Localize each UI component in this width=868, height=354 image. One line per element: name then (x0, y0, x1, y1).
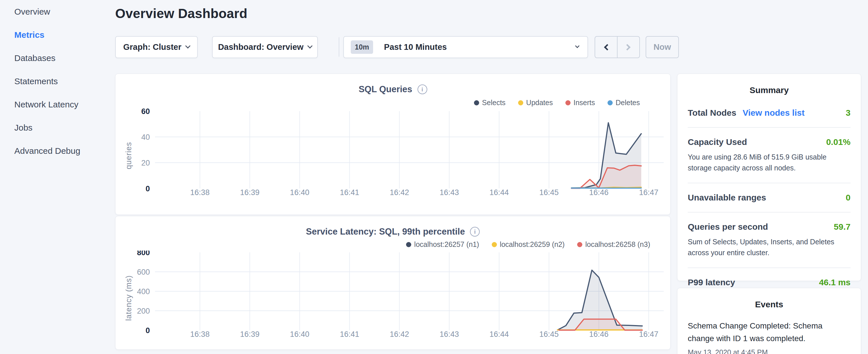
legend-item-n1[interactable]: localhost:26257 (n1) (406, 240, 479, 249)
chevron-down-icon (575, 43, 580, 48)
sql-queries-plot[interactable]: 16:3816:3916:4016:4116:4216:4316:4416:45… (116, 108, 671, 203)
legend-item-n2[interactable]: localhost:26259 (n2) (492, 240, 565, 249)
summary-row-qps: Queries per second 59.7 Sum of Selects, … (688, 213, 850, 268)
legend-label: Updates (526, 99, 553, 107)
total-nodes-label: Total Nodes (688, 108, 736, 118)
updates-dot-icon (518, 100, 523, 105)
sidebar-item-overview[interactable]: Overview (14, 0, 112, 23)
chevron-down-icon (185, 43, 190, 49)
step-back-button[interactable] (595, 37, 617, 58)
step-forward-button[interactable] (617, 37, 639, 58)
n2-dot-icon (492, 242, 497, 247)
selects-dot-icon (474, 100, 479, 105)
svg-text:60: 60 (141, 108, 150, 116)
svg-text:600: 600 (137, 268, 150, 277)
dashboard-label: Dashboard: Overview (218, 42, 304, 52)
sidebar-item-network-latency[interactable]: Network Latency (14, 93, 112, 116)
qps-label: Queries per second (688, 222, 768, 232)
legend-label: localhost:26257 (n1) (414, 240, 479, 249)
summary-row-unavailable-ranges: Unavailable ranges 0 (688, 183, 850, 213)
chart-header: Service Latency: SQL, 99th percentile i (116, 216, 670, 237)
chevron-right-icon (624, 44, 631, 51)
deletes-dot-icon (608, 100, 613, 105)
legend-item-selects[interactable]: Selects (474, 99, 505, 107)
svg-text:16:42: 16:42 (390, 188, 409, 197)
legend-item-inserts[interactable]: Inserts (565, 99, 595, 107)
sidebar: Overview Metrics Databases Statements Ne… (14, 0, 112, 162)
svg-text:16:41: 16:41 (340, 330, 359, 339)
chevron-down-icon (307, 43, 312, 49)
capacity-used-label: Capacity Used (688, 137, 747, 147)
graph-scope-dropdown[interactable]: Graph: Cluster (115, 36, 198, 58)
info-icon[interactable]: i (470, 227, 480, 236)
total-nodes-value: 3 (846, 108, 850, 118)
svg-text:400: 400 (137, 287, 150, 296)
svg-text:16:46: 16:46 (589, 188, 609, 197)
svg-text:40: 40 (141, 133, 150, 141)
chart-header: SQL Queries i (116, 74, 670, 95)
dashboard-dropdown[interactable]: Dashboard: Overview (212, 36, 318, 58)
svg-text:0: 0 (146, 185, 150, 193)
graph-scope-label: Graph: Cluster (123, 42, 181, 52)
sql-queries-chart-card: SQL Queries i Selects Updates Inserts De… (115, 74, 671, 215)
summary-title: Summary (677, 74, 861, 95)
sidebar-item-jobs[interactable]: Jobs (14, 116, 112, 139)
legend-label: localhost:26259 (n2) (500, 240, 565, 249)
svg-text:16:45: 16:45 (539, 330, 559, 339)
unavailable-ranges-value: 0 (846, 193, 850, 202)
svg-text:800: 800 (137, 251, 150, 257)
time-range-label: Past 10 Minutes (384, 42, 447, 52)
sidebar-item-metrics[interactable]: Metrics (14, 23, 112, 46)
db-console-screen: Overview Metrics Databases Statements Ne… (0, 0, 868, 354)
summary-row-total-nodes: Total Nodes View nodes list 3 (688, 99, 850, 128)
qps-description: Sum of Selects, Updates, Inserts, and De… (688, 236, 850, 258)
n3-dot-icon (577, 242, 582, 247)
page-title: Overview Dashboard (115, 6, 247, 21)
chart-legend: Selects Updates Inserts Deletes (474, 99, 640, 107)
toolbar: Graph: Cluster Dashboard: Overview 10m P… (115, 36, 688, 58)
now-button[interactable]: Now (646, 36, 679, 58)
info-icon[interactable]: i (417, 85, 427, 94)
sidebar-item-statements[interactable]: Statements (14, 70, 112, 93)
svg-text:200: 200 (137, 307, 150, 315)
chart-title: SQL Queries (359, 84, 412, 95)
qps-value: 59.7 (834, 222, 850, 232)
legend-label: Inserts (574, 99, 595, 107)
unavailable-ranges-label: Unavailable ranges (688, 193, 766, 202)
legend-label: Deletes (616, 99, 640, 107)
svg-text:0: 0 (146, 326, 150, 335)
view-nodes-list-link[interactable]: View nodes list (743, 108, 804, 118)
event-timestamp: May 13, 2020 at 4:45 PM (688, 348, 850, 354)
p99-latency-label: P99 latency (688, 278, 735, 287)
legend-item-updates[interactable]: Updates (518, 99, 553, 107)
svg-text:16:43: 16:43 (440, 188, 459, 197)
p99-latency-value: 46.1 ms (819, 278, 850, 287)
n1-dot-icon (406, 242, 411, 247)
svg-text:16:45: 16:45 (539, 188, 559, 197)
sidebar-item-databases[interactable]: Databases (14, 46, 112, 70)
svg-text:16:46: 16:46 (589, 330, 609, 339)
legend-item-n3[interactable]: localhost:26258 (n3) (577, 240, 650, 249)
sidebar-item-advanced-debug[interactable]: Advanced Debug (14, 139, 112, 162)
event-text: Schema Change Completed: Schema change w… (688, 320, 825, 345)
inserts-dot-icon (565, 100, 570, 105)
legend-item-deletes[interactable]: Deletes (608, 99, 640, 107)
summary-row-capacity-used: Capacity Used 0.01% You are using 28.6 M… (688, 128, 850, 183)
legend-label: localhost:26258 (n3) (585, 240, 650, 249)
time-step-buttons (595, 36, 640, 58)
event-list-item[interactable]: Schema Change Completed: Schema change w… (677, 309, 861, 354)
chevron-left-icon (604, 44, 611, 51)
svg-text:16:39: 16:39 (240, 330, 260, 339)
svg-text:16:44: 16:44 (490, 188, 509, 197)
toolbar-divider (339, 37, 339, 57)
time-range-badge: 10m (351, 40, 373, 54)
svg-text:16:44: 16:44 (490, 330, 509, 339)
legend-label: Selects (482, 99, 505, 107)
service-latency-plot[interactable]: 16:3816:3916:4016:4116:4216:4316:4416:45… (116, 251, 671, 345)
svg-text:16:39: 16:39 (240, 188, 260, 197)
svg-text:16:47: 16:47 (639, 330, 658, 339)
capacity-used-description: You are using 28.6 MiB of 515.9 GiB usab… (688, 152, 850, 173)
svg-text:16:40: 16:40 (290, 188, 309, 197)
time-range-dropdown[interactable]: 10m Past 10 Minutes (343, 36, 588, 58)
svg-text:16:41: 16:41 (340, 188, 359, 197)
